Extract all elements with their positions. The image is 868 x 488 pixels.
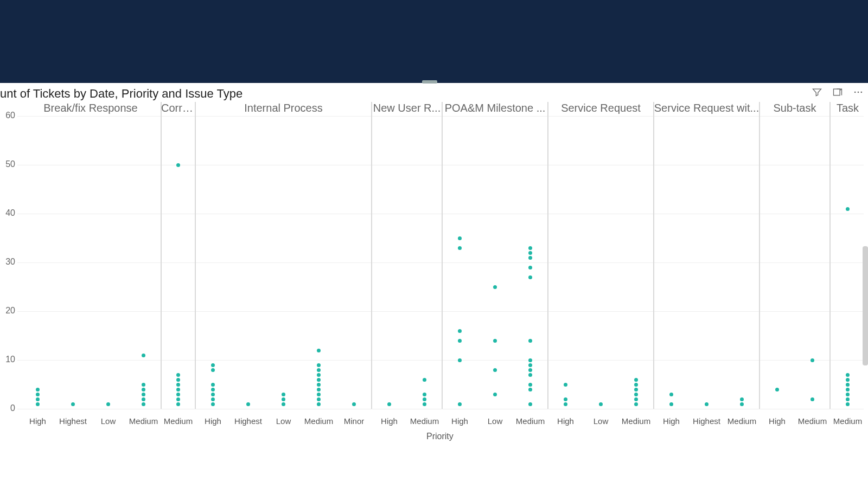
- data-point[interactable]: [564, 383, 567, 387]
- data-point[interactable]: [317, 383, 321, 387]
- data-point[interactable]: [387, 402, 391, 406]
- data-point[interactable]: [493, 368, 497, 372]
- data-point[interactable]: [211, 383, 215, 387]
- data-point[interactable]: [740, 402, 744, 406]
- data-point[interactable]: [528, 383, 532, 387]
- data-point[interactable]: [282, 397, 285, 401]
- data-point[interactable]: [810, 397, 814, 401]
- data-point[interactable]: [528, 363, 532, 367]
- data-point[interactable]: [669, 402, 673, 406]
- data-point[interactable]: [176, 383, 180, 387]
- data-point[interactable]: [176, 373, 180, 377]
- data-point[interactable]: [634, 393, 638, 396]
- data-point[interactable]: [423, 397, 426, 401]
- data-point[interactable]: [106, 402, 110, 406]
- data-point[interactable]: [423, 393, 426, 396]
- chart-visual[interactable]: unt of Tickets by Date, Priority and Iss…: [0, 84, 868, 447]
- data-point[interactable]: [317, 373, 321, 377]
- data-point[interactable]: [846, 383, 850, 387]
- data-point[interactable]: [528, 275, 532, 279]
- data-point[interactable]: [142, 397, 145, 401]
- data-point[interactable]: [740, 397, 744, 401]
- data-point[interactable]: [142, 383, 145, 387]
- data-point[interactable]: [528, 256, 532, 260]
- data-point[interactable]: [352, 402, 356, 406]
- data-point[interactable]: [846, 388, 850, 391]
- data-point[interactable]: [634, 402, 638, 406]
- data-point[interactable]: [246, 402, 250, 406]
- data-point[interactable]: [634, 397, 638, 401]
- data-point[interactable]: [528, 246, 532, 250]
- data-point[interactable]: [705, 402, 709, 406]
- data-point[interactable]: [846, 393, 850, 396]
- data-point[interactable]: [528, 358, 532, 362]
- data-point[interactable]: [528, 251, 532, 255]
- data-point[interactable]: [317, 393, 321, 396]
- more-options-icon[interactable]: [853, 87, 864, 98]
- data-point[interactable]: [142, 402, 145, 406]
- filter-icon[interactable]: [812, 87, 822, 98]
- data-point[interactable]: [142, 388, 145, 391]
- data-point[interactable]: [317, 368, 321, 372]
- data-point[interactable]: [176, 388, 180, 391]
- data-point[interactable]: [599, 402, 603, 406]
- data-point[interactable]: [810, 358, 814, 362]
- vertical-scrollbar[interactable]: [863, 246, 868, 365]
- data-point[interactable]: [317, 397, 321, 401]
- data-point[interactable]: [846, 378, 850, 382]
- data-point[interactable]: [564, 402, 567, 406]
- data-point[interactable]: [564, 397, 567, 401]
- data-point[interactable]: [846, 397, 850, 401]
- data-point[interactable]: [528, 339, 532, 343]
- data-point[interactable]: [458, 246, 462, 250]
- data-point[interactable]: [176, 397, 180, 401]
- data-point[interactable]: [846, 373, 850, 377]
- data-point[interactable]: [669, 393, 673, 396]
- data-point[interactable]: [458, 236, 462, 240]
- data-point[interactable]: [458, 358, 462, 362]
- data-point[interactable]: [634, 383, 638, 387]
- data-point[interactable]: [458, 402, 462, 406]
- data-point[interactable]: [71, 402, 75, 406]
- data-point[interactable]: [211, 402, 215, 406]
- data-point[interactable]: [36, 388, 40, 391]
- data-point[interactable]: [176, 402, 180, 406]
- data-point[interactable]: [317, 388, 321, 391]
- data-point[interactable]: [211, 368, 215, 372]
- data-point[interactable]: [211, 363, 215, 367]
- data-point[interactable]: [423, 378, 426, 382]
- data-point[interactable]: [317, 363, 321, 367]
- data-point[interactable]: [493, 285, 497, 289]
- data-point[interactable]: [846, 207, 850, 211]
- data-point[interactable]: [36, 393, 40, 396]
- data-point[interactable]: [142, 393, 145, 396]
- data-point[interactable]: [317, 402, 321, 406]
- data-point[interactable]: [528, 368, 532, 372]
- data-point[interactable]: [142, 354, 145, 357]
- data-point[interactable]: [176, 393, 180, 396]
- data-point[interactable]: [493, 339, 497, 343]
- data-point[interactable]: [775, 388, 779, 391]
- data-point[interactable]: [846, 402, 850, 406]
- data-point[interactable]: [36, 397, 40, 401]
- focus-mode-icon[interactable]: [832, 87, 843, 98]
- data-point[interactable]: [528, 402, 532, 406]
- data-point[interactable]: [423, 402, 426, 406]
- data-point[interactable]: [211, 393, 215, 396]
- data-point[interactable]: [282, 393, 285, 396]
- data-point[interactable]: [528, 373, 532, 377]
- data-point[interactable]: [176, 163, 180, 167]
- data-point[interactable]: [317, 378, 321, 382]
- data-point[interactable]: [493, 393, 497, 396]
- data-point[interactable]: [317, 349, 321, 352]
- data-point[interactable]: [458, 329, 462, 333]
- data-point[interactable]: [634, 378, 638, 382]
- data-point[interactable]: [36, 402, 40, 406]
- data-point[interactable]: [528, 266, 532, 269]
- data-point[interactable]: [211, 397, 215, 401]
- data-point[interactable]: [528, 388, 532, 391]
- data-point[interactable]: [282, 402, 285, 406]
- data-point[interactable]: [634, 388, 638, 391]
- data-point[interactable]: [176, 378, 180, 382]
- collapse-handle[interactable]: [422, 80, 437, 84]
